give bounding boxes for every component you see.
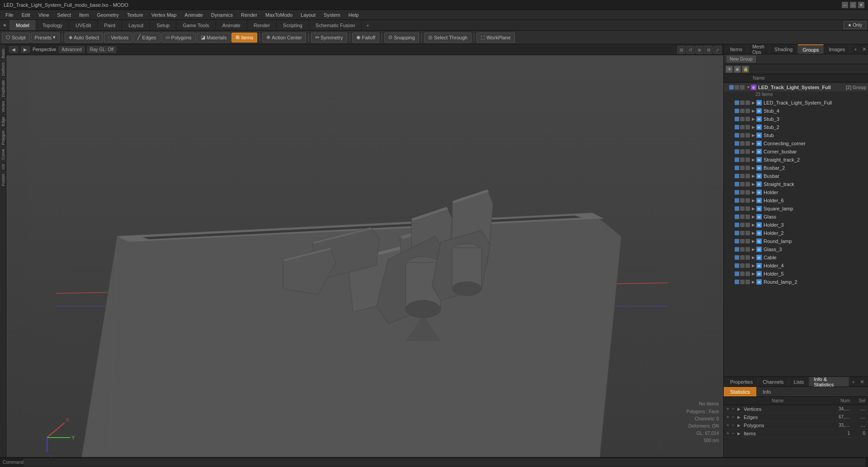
menu-system[interactable]: System — [320, 11, 344, 19]
left-tab-fusion[interactable]: Fusion — [0, 172, 6, 188]
tree-item-round-lamp-2[interactable]: ▶ M Round_lamp_2 — [724, 278, 868, 286]
stats-collapse-edges[interactable]: − — [732, 415, 737, 419]
menu-help[interactable]: Help — [345, 11, 363, 19]
minimize-button[interactable]: ─ — [842, 2, 848, 8]
viewport-ray-btn[interactable]: Ray GL: Off — [87, 46, 117, 53]
stats-collapse-vertices[interactable]: − — [732, 406, 737, 411]
tree-item-holder-2[interactable]: ▶ M Holder_2 — [724, 229, 868, 237]
render-all-btn[interactable]: ◉ — [734, 66, 741, 73]
stats-expand-vertices[interactable]: + — [726, 406, 732, 411]
lock-0[interactable] — [745, 100, 750, 105]
menu-select[interactable]: Select — [53, 11, 75, 19]
left-tab-uv[interactable]: UV — [0, 162, 6, 172]
menu-texture[interactable]: Texture — [123, 11, 147, 19]
menu-maxtomodo[interactable]: MaxToModo — [262, 11, 296, 19]
tree-item-holder-4[interactable]: ▶ M Holder_4 — [724, 262, 868, 270]
menu-layout[interactable]: Layout — [297, 11, 319, 19]
stats-tab-info[interactable]: Info — [756, 387, 777, 396]
tree-item-led-full[interactable]: ▶ M LED_Track_Light_System_Full — [724, 99, 868, 107]
render-0[interactable] — [740, 100, 745, 105]
tree-item-stub[interactable]: ▶ M Stub — [724, 131, 868, 139]
viewport-nav-next[interactable]: ▶ — [21, 46, 30, 53]
tree-item-square-lamp[interactable]: ▶ M Square_lamp — [724, 205, 868, 213]
materials-button[interactable]: ◪ Materials — [197, 33, 231, 43]
stats-expand-items[interactable]: + — [726, 431, 732, 436]
edges-button[interactable]: ╱ Edges — [133, 33, 160, 43]
right-tab-add[interactable]: + — [851, 46, 859, 53]
left-tab-polygon[interactable]: Polygon — [0, 128, 6, 147]
render-icon-root[interactable] — [735, 85, 739, 90]
right-panel-close[interactable]: ✕ — [860, 46, 868, 52]
viewport-nav-prev[interactable]: ◀ — [9, 46, 18, 53]
tree-item-busbar[interactable]: ▶ M Busbar — [724, 172, 868, 180]
stats-arrow-edges[interactable]: ▶ — [737, 415, 744, 419]
right-tab-images[interactable]: Images — [824, 44, 850, 54]
stats-tab-statistics[interactable]: Statistics — [724, 387, 756, 396]
3d-viewport[interactable]: X Y Z No Items Polygons : Face Channels:… — [6, 55, 723, 458]
menu-dynamics[interactable]: Dynamics — [208, 11, 236, 19]
stats-collapse-polygons[interactable]: − — [732, 423, 737, 428]
stats-expand-edges[interactable]: + — [726, 415, 732, 419]
menu-animate[interactable]: Animate — [181, 11, 206, 19]
scene-tree[interactable]: ▼ G LED_Track_Light_System_Full [2] Grou… — [724, 82, 868, 376]
tab-uvedit[interactable]: UVEdit — [69, 20, 98, 30]
star-button[interactable]: ★ — [0, 22, 9, 29]
close-button[interactable]: ✕ — [858, 2, 864, 8]
viewport-icon-refresh[interactable]: ↺ — [686, 46, 694, 54]
tab-paint[interactable]: Paint — [98, 20, 122, 30]
command-input[interactable] — [24, 458, 865, 467]
tab-topology[interactable]: Topology — [36, 20, 69, 30]
tree-item-holder-5[interactable]: ▶ M Holder_5 — [724, 270, 868, 278]
tree-item-connecting[interactable]: ▶ M Connecting_corner — [724, 139, 868, 148]
left-tab-vertex[interactable]: Vertex — [0, 99, 6, 114]
rb-tab-properties[interactable]: Properties — [726, 377, 758, 386]
stats-arrow-items[interactable]: ▶ — [737, 431, 744, 436]
left-tab-deform[interactable]: Deform — [0, 60, 6, 78]
tab-render[interactable]: Render — [247, 20, 277, 30]
right-tab-shading[interactable]: Shading — [770, 44, 797, 54]
rb-tab-info-stats[interactable]: Info & Statistics — [809, 377, 849, 386]
add-mode-tab[interactable]: + — [362, 21, 373, 30]
tree-item-straight-track[interactable]: ▶ M Straight_track — [724, 180, 868, 188]
menu-file[interactable]: File — [2, 11, 17, 19]
tab-animate[interactable]: Animate — [216, 20, 247, 30]
tree-item-holder[interactable]: ▶ M Holder — [724, 188, 868, 196]
menu-edit[interactable]: Edit — [18, 11, 34, 19]
snapping-button[interactable]: ⊙ Snapping — [384, 33, 419, 43]
tree-item-round-lamp[interactable]: ▶ M Round_lamp — [724, 237, 868, 245]
tree-item-stub2[interactable]: ▶ M Stub_2 — [724, 123, 868, 131]
workplane-button[interactable]: ⬚ WorkPlane — [476, 33, 515, 43]
viewport-icon-grid[interactable]: ⊞ — [677, 46, 685, 54]
tab-schematic[interactable]: Schematic Fusion — [309, 20, 362, 30]
polygons-button[interactable]: ▭ Polygons — [161, 33, 196, 43]
viewport-area[interactable]: ◀ ▶ Perspective Advanced Ray GL: Off ⊞ ↺… — [6, 44, 723, 467]
left-tab-duplicate[interactable]: Duplicate — [0, 78, 6, 99]
tree-item-straight-track-2[interactable]: ▶ M Straight_track_2 — [724, 156, 868, 164]
vertices-button[interactable]: · Vertices — [104, 33, 132, 43]
eye-0[interactable] — [735, 100, 739, 105]
tree-item-busbar-2[interactable]: ▶ M Busbar_2 — [724, 164, 868, 172]
tree-item-holder-6[interactable]: ▶ M Holder_6 — [724, 196, 868, 205]
rb-panel-close[interactable]: ✕ — [858, 379, 866, 385]
maximize-button[interactable]: □ — [850, 2, 856, 8]
stats-collapse-items[interactable]: − — [732, 431, 737, 436]
tab-gametools[interactable]: Game Tools — [176, 20, 216, 30]
visibility-all-btn[interactable]: 👁 — [726, 66, 733, 73]
lock-all-btn[interactable]: 🔒 — [742, 66, 749, 73]
tree-item-cable[interactable]: ▶ M Cable — [724, 253, 868, 262]
tab-scripting[interactable]: Scripting — [277, 20, 309, 30]
tree-root-group[interactable]: ▼ G LED_Track_Light_System_Full [2] Grou… — [724, 83, 868, 91]
sculpt-button[interactable]: ⬡ Sculpt — [2, 33, 30, 43]
viewport-icon-maximize[interactable]: ⤢ — [713, 46, 722, 54]
rb-tab-channels[interactable]: Channels — [758, 377, 788, 386]
viewport-advanced-btn[interactable]: Advanced — [59, 46, 84, 53]
right-tab-meshops[interactable]: Mesh Ops — [748, 44, 769, 54]
action-center-button[interactable]: ⊕ Action Center — [262, 33, 306, 43]
symmetry-button[interactable]: ⇔ Symmetry — [311, 33, 347, 43]
left-tab-basic[interactable]: Basic — [0, 46, 6, 60]
rb-tab-lists[interactable]: Lists — [789, 377, 809, 386]
right-tab-groups[interactable]: Groups — [798, 44, 824, 54]
new-group-button[interactable]: New Group — [726, 56, 756, 62]
lock-icon-root[interactable] — [740, 85, 745, 90]
right-tab-items[interactable]: Items — [726, 44, 747, 54]
